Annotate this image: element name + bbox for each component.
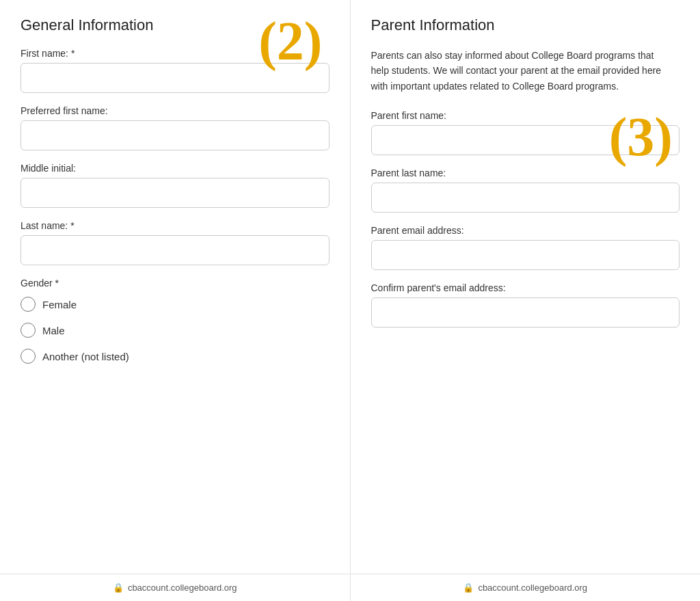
parent-email-group: Parent email address: <box>371 225 680 270</box>
footer-right-domain: cbaccount.collegeboard.org <box>478 583 587 593</box>
parent-last-name-label: Parent last name: <box>371 168 680 178</box>
middle-initial-input[interactable] <box>21 178 329 208</box>
gender-female-radio[interactable] <box>21 297 36 312</box>
footer-left-domain: cbaccount.collegeboard.org <box>128 583 237 593</box>
footer-right: 🔒 cbaccount.collegeboard.org <box>351 574 701 601</box>
gender-label: Gender * <box>21 278 329 289</box>
preferred-first-name-input[interactable] <box>21 120 329 150</box>
confirm-parent-email-label: Confirm parent's email address: <box>371 282 680 293</box>
gender-another-option[interactable]: Another (not listed) <box>21 349 329 364</box>
lock-icon-left: 🔒 <box>113 583 124 593</box>
middle-initial-group: Middle initial: <box>21 163 329 208</box>
footer: 🔒 cbaccount.collegeboard.org 🔒 cbaccount… <box>0 574 700 601</box>
parent-last-name-group: Parent last name: <box>371 168 680 213</box>
last-name-group: Last name: * <box>21 220 329 265</box>
gender-another-radio[interactable] <box>21 349 36 364</box>
gender-male-label: Male <box>42 325 65 336</box>
parent-description: Parents can also stay informed about Col… <box>371 48 665 94</box>
general-info-title: General Information <box>21 16 329 34</box>
first-name-group: First name: * <box>21 48 329 93</box>
gender-female-label: Female <box>42 299 77 310</box>
confirm-parent-email-input[interactable] <box>371 297 680 328</box>
preferred-first-name-group: Preferred first name: <box>21 105 329 150</box>
gender-another-label: Another (not listed) <box>42 351 129 362</box>
parent-last-name-input[interactable] <box>371 183 680 213</box>
preferred-first-name-label: Preferred first name: <box>21 105 329 116</box>
gender-male-radio[interactable] <box>21 323 36 338</box>
middle-initial-label: Middle initial: <box>21 163 329 174</box>
general-information-panel: General Information (2) First name: * Pr… <box>0 0 351 574</box>
last-name-label: Last name: * <box>21 220 329 231</box>
first-name-input[interactable] <box>21 63 329 93</box>
parent-information-panel: Parent Information Parents can also stay… <box>351 0 701 574</box>
lock-icon-right: 🔒 <box>463 583 474 593</box>
gender-section: Gender * Female Male Another (not listed… <box>21 278 329 364</box>
last-name-input[interactable] <box>21 235 329 265</box>
first-name-label: First name: * <box>21 48 329 59</box>
parent-email-label: Parent email address: <box>371 225 680 236</box>
parent-email-input[interactable] <box>371 240 680 270</box>
parent-first-name-group: Parent first name: <box>371 110 680 155</box>
parent-info-title: Parent Information <box>371 16 680 34</box>
parent-first-name-input[interactable] <box>371 125 680 155</box>
gender-male-option[interactable]: Male <box>21 323 329 338</box>
confirm-parent-email-group: Confirm parent's email address: <box>371 282 680 328</box>
parent-first-name-label: Parent first name: <box>371 110 680 121</box>
gender-female-option[interactable]: Female <box>21 297 329 312</box>
footer-left: 🔒 cbaccount.collegeboard.org <box>0 574 351 601</box>
